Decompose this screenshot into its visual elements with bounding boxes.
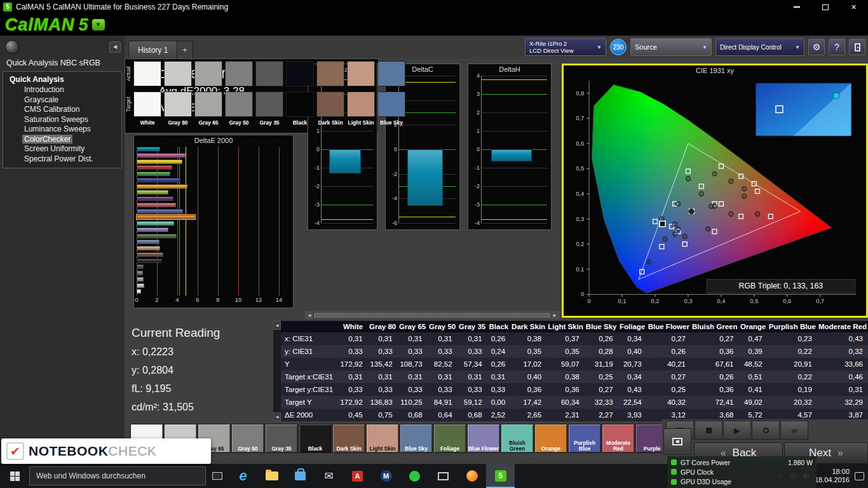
tree-item-introduction[interactable]: Introduction — [3, 85, 121, 95]
table-cell: 0,31 — [368, 332, 398, 345]
taskbar-app-calman[interactable]: 5 — [486, 464, 515, 488]
target-swatch — [164, 92, 192, 117]
patch-button-gray-50[interactable]: Gray 50 — [231, 424, 264, 453]
store-icon — [295, 471, 306, 480]
measured-point-orange-yellow — [742, 187, 747, 191]
patch-button-foliage[interactable]: Foliage — [433, 424, 466, 453]
exit-button[interactable] — [849, 39, 865, 55]
patch-button-orange[interactable]: Orange — [534, 424, 567, 453]
minimize-button[interactable] — [782, 0, 811, 14]
taskbar-app-chat[interactable] — [400, 464, 429, 488]
taskbar-app-edge[interactable]: e — [229, 464, 257, 488]
patch-button-blue-sky[interactable]: Blue Sky — [400, 424, 433, 453]
target-swatch — [316, 92, 344, 117]
task-view-button[interactable] — [206, 464, 229, 488]
taskbar-clock[interactable]: 18:00 18.04.2016 — [815, 468, 850, 484]
close-button[interactable]: × — [839, 0, 868, 14]
patch-button-purplish-blue[interactable]: Purplish Blue — [568, 424, 601, 453]
tree-item-grayscale[interactable]: Grayscale — [3, 95, 121, 105]
tab-history-1[interactable]: History 1 — [128, 41, 177, 58]
gpu-sensor-icon — [671, 469, 677, 475]
play-icon: ▶ — [734, 426, 740, 435]
table-cell: 0,31 — [428, 370, 458, 383]
table-cell: 20,91 — [768, 358, 817, 370]
workflow-menu-button[interactable] — [5, 40, 19, 54]
patch-window-button[interactable] — [663, 428, 691, 455]
cie-diagram: 00,10,20,30,40,50,60,700,10,20,30,40,50,… — [564, 76, 866, 313]
help-button[interactable]: ? — [829, 39, 845, 55]
taskbar-app-firefox[interactable] — [458, 464, 486, 488]
meter-dropdown[interactable]: X-Rite i1Pro 2 LCD Direct View ▼ — [525, 38, 606, 56]
gpu-sensor-label: GT Cores Power — [681, 459, 730, 466]
play-button[interactable]: ▶ — [723, 421, 751, 440]
column-header-blue-flower: Blue Flower — [647, 321, 691, 332]
table-scroll-left-bottom[interactable]: ◀ — [273, 412, 281, 421]
taskbar-app-server[interactable] — [429, 464, 458, 488]
taskbar-app-explorer[interactable] — [257, 464, 286, 488]
table-cell: 0,27 — [647, 370, 691, 383]
notification-center-icon[interactable] — [855, 472, 864, 480]
reader-icon: A — [352, 471, 363, 482]
server-icon — [438, 472, 449, 480]
logo-dropdown-icon[interactable]: ▼ — [92, 19, 105, 30]
taskbar-app-maxthon[interactable]: M — [372, 464, 400, 488]
swatch-column-black: Black — [286, 61, 314, 133]
meter-badge: 230 — [610, 39, 627, 55]
current-reading-marker — [660, 221, 665, 227]
tree-item-saturation-sweeps[interactable]: Saturation Sweeps — [3, 115, 121, 125]
add-tab-button[interactable]: + — [177, 41, 193, 58]
table-cell: 0,40 — [618, 345, 647, 358]
x-tick-label: 0,7 — [816, 297, 824, 304]
stop-button[interactable] — [695, 421, 722, 440]
table-cell: 0,45 — [339, 409, 368, 421]
tree-item-luminance-sweeps[interactable]: Luminance Sweeps — [3, 125, 121, 135]
column-header-orange: Orange — [739, 321, 768, 332]
table-row-target-y: Target Y172,92136,83110,2584,9159,120,00… — [281, 396, 868, 409]
patch-button-blue-flower[interactable]: Blue Flower — [467, 424, 500, 453]
start-button[interactable] — [0, 464, 29, 488]
table-cell: 0,23 — [768, 332, 817, 345]
source-dropdown[interactable]: Source ▼ — [630, 38, 712, 56]
table-cell: 0,38 — [546, 370, 585, 383]
table-cell: 135,42 — [368, 358, 398, 370]
patch-button-gray-35[interactable]: Gray 35 — [265, 424, 298, 453]
table-cell: 20,73 — [618, 358, 647, 370]
scroll-left-icon[interactable]: ◀ — [306, 312, 313, 318]
patch-button-dark-skin[interactable]: Dark Skin — [332, 424, 365, 453]
taskbar-app-store[interactable] — [286, 464, 315, 488]
table-cell: 0,27 — [647, 332, 691, 345]
table-cell: 0,43 — [817, 332, 868, 345]
measured-point-moderate-red — [729, 212, 733, 216]
patch-button-bluish-green[interactable]: Bluish Green — [501, 424, 534, 453]
table-cell: 0,31 — [339, 332, 368, 345]
table-cell: 59,12 — [458, 396, 487, 409]
patch-button-light-skin[interactable]: Light Skin — [366, 424, 399, 453]
patch-button-black[interactable]: Black — [299, 424, 332, 453]
stop-icon — [706, 428, 712, 433]
gpu-overlay-row-gt-cores-power: GT Cores Power1.880 W — [671, 459, 813, 466]
scrollbar-thumb[interactable] — [314, 313, 550, 318]
swatch-scrollbar[interactable]: ◀ ▶ — [305, 311, 559, 319]
table-scroll-left-top[interactable]: ◀ — [273, 321, 281, 330]
table-cell: 0,43 — [618, 383, 647, 396]
tree-item-screen-uniformity[interactable]: Screen Uniformity — [3, 144, 121, 154]
taskbar-app-reader[interactable]: A — [343, 464, 372, 488]
tree-root-quick-analysis[interactable]: Quick Analysis — [3, 74, 121, 85]
patch-button-moderate-red[interactable]: Moderate Red — [602, 424, 635, 453]
single-read-button[interactable] — [752, 421, 780, 440]
display-control-dropdown[interactable]: Direct Display Control ▼ — [715, 38, 804, 56]
tree-item-spectral-power-dist[interactable]: Spectral Power Dist. — [3, 154, 121, 165]
settings-button[interactable]: ⚙ — [808, 39, 825, 55]
sidebar-collapse-button[interactable]: ◀ — [109, 41, 121, 53]
tree-item-cms-calibration[interactable]: CMS Calibration — [3, 105, 121, 115]
tree-item-colorchecker[interactable]: ColorChecker — [3, 135, 121, 145]
x-tick-label: 0,6 — [783, 297, 791, 304]
taskbar-search-input[interactable]: Web und Windows durchsuchen — [29, 466, 206, 485]
table-cell: 0,24 — [487, 345, 511, 358]
column-header-gray-50: Gray 50 — [428, 321, 458, 332]
scroll-right-icon[interactable]: ▶ — [551, 312, 559, 318]
continuous-read-button[interactable]: ∞ — [780, 421, 808, 440]
taskbar-app-mail[interactable]: ✉ — [315, 464, 343, 488]
maximize-button[interactable] — [811, 0, 839, 14]
y-tick-label: 0,4 — [576, 190, 584, 197]
